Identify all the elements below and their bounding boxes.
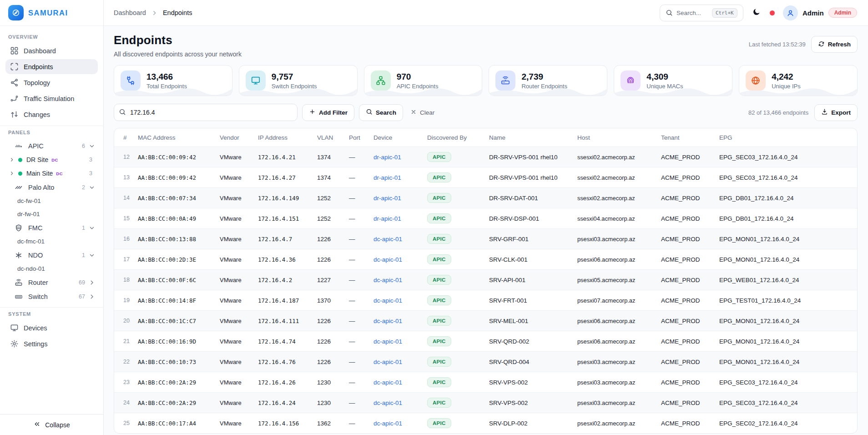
- changes-icon: [10, 110, 19, 119]
- sidebar-item-changes[interactable]: Changes: [5, 107, 98, 122]
- search-button[interactable]: Search: [359, 104, 403, 121]
- endpoint-row[interactable]: 22 AA:BB:CC:00:10:73 VMware 172.16.4.76 …: [114, 352, 857, 372]
- topbar: Dashboard Endpoints Ctrl+K Admin Admin: [104, 0, 868, 26]
- user-menu[interactable]: Admin Admin: [783, 5, 857, 20]
- device-link[interactable]: dc-apic-01: [370, 270, 424, 290]
- panel-device-dc-fmc-01[interactable]: dc-fmc-01: [5, 235, 98, 248]
- discovered-by-badge: APIC: [427, 316, 451, 326]
- site-dr-site[interactable]: DR Site DC 3: [5, 153, 98, 167]
- device-link[interactable]: dr-apic-01: [370, 147, 424, 167]
- sidebar-item-devices[interactable]: Devices: [5, 320, 98, 335]
- refresh-button[interactable]: Refresh: [811, 36, 858, 53]
- endpoint-row[interactable]: 12 AA:BB:CC:00:09:42 VMware 172.16.4.21 …: [114, 147, 857, 167]
- endpoint-row[interactable]: 25 AA:BB:CC:00:17:A4 VMware 172.16.4.156…: [114, 413, 857, 434]
- device-link[interactable]: dc-apic-01: [370, 372, 424, 393]
- endpoint-row[interactable]: 18 AA:BB:CC:00:0F:6C VMware 172.16.4.2 1…: [114, 270, 857, 290]
- endpoint-row[interactable]: 15 AA:BB:CC:00:0A:49 VMware 172.16.4.151…: [114, 208, 857, 229]
- column-header-port: Port: [345, 128, 370, 147]
- stat-card-unique-ips: 4,242 Unique IPs: [739, 65, 858, 96]
- breadcrumb-dashboard[interactable]: Dashboard: [114, 9, 146, 16]
- online-dot-icon: [18, 172, 22, 176]
- stat-card-switch-endpoints: 9,757 Switch Endpoints: [239, 65, 358, 96]
- site-label: Main Site: [26, 170, 53, 177]
- panel-fmc[interactable]: FMC 1: [5, 221, 98, 235]
- panel-label: NDO: [28, 252, 43, 259]
- mac-cell: AA:BB:CC:00:0A:49: [134, 208, 216, 229]
- stats-row: 13,466 Total Endpoints 9,757 Switch Endp…: [114, 65, 858, 96]
- panel-count: 67: [79, 293, 85, 300]
- plug-icon: [121, 71, 141, 91]
- device-link[interactable]: dr-apic-01: [370, 208, 424, 229]
- user-avatar-icon: [783, 5, 798, 20]
- device-link[interactable]: dc-apic-01: [370, 352, 424, 372]
- panel-apic[interactable]: APIC 6: [5, 139, 98, 153]
- endpoint-row[interactable]: 21 AA:BB:CC:00:16:9D VMware 172.16.4.74 …: [114, 331, 857, 352]
- panel-router[interactable]: Router 69: [5, 275, 98, 289]
- ip-cell: 172.16.4.7: [254, 229, 313, 249]
- sidebar-item-endpoints[interactable]: Endpoints: [5, 59, 98, 74]
- refresh-icon: [818, 40, 825, 49]
- panel-device-dc-ndo-01[interactable]: dc-ndo-01: [5, 262, 98, 275]
- samurai-logo-icon: [8, 5, 24, 20]
- endpoint-row[interactable]: 17 AA:BB:CC:00:2D:3E VMware 172.16.4.36 …: [114, 249, 857, 270]
- endpoint-row[interactable]: 19 AA:BB:CC:00:14:8F VMware 172.16.4.187…: [114, 290, 857, 311]
- global-search[interactable]: Ctrl+K: [660, 5, 743, 21]
- panel-switch[interactable]: Switch 67: [5, 289, 98, 303]
- panel-count: 1: [82, 252, 85, 258]
- endpoint-row[interactable]: 13 AA:BB:CC:00:09:42 VMware 172.16.4.27 …: [114, 167, 857, 188]
- column-header-epg: EPG: [716, 128, 857, 147]
- site-main-site[interactable]: Main Site DC 3: [5, 167, 98, 180]
- ip-cell: 172.16.4.76: [254, 352, 313, 372]
- device-link[interactable]: dc-apic-01: [370, 290, 424, 311]
- sidebar-item-topology[interactable]: Topology: [5, 75, 98, 90]
- mac-cell: AA:BB:CC:00:2A:29: [134, 393, 216, 413]
- device-link[interactable]: dc-apic-01: [370, 229, 424, 249]
- panel-ndo[interactable]: NDO 1: [5, 248, 98, 262]
- clear-filter-button[interactable]: Clear: [408, 109, 437, 116]
- nav-label: Devices: [24, 324, 47, 332]
- mac-cell: AA:BB:CC:00:14:8F: [134, 290, 216, 311]
- stat-label: Total Endpoints: [146, 83, 187, 90]
- panel-device-dc-fw-01[interactable]: dc-fw-01: [5, 194, 98, 207]
- add-filter-button[interactable]: Add Filter: [302, 104, 354, 121]
- column-header-vlan: VLAN: [313, 128, 345, 147]
- sidebar-item-settings[interactable]: Settings: [5, 336, 98, 351]
- endpoint-row[interactable]: 20 AA:BB:CC:00:1C:C7 VMware 172.16.4.111…: [114, 311, 857, 331]
- endpoint-filter-input[interactable]: [114, 104, 298, 121]
- breadcrumb: Dashboard Endpoints: [114, 9, 192, 16]
- mac-cell: AA:BB:CC:00:07:34: [134, 188, 216, 208]
- collapse-sidebar-button[interactable]: Collapse: [0, 414, 103, 435]
- sidebar-item-dashboard[interactable]: Dashboard: [5, 43, 98, 58]
- ip-cell: 172.16.4.21: [254, 147, 313, 167]
- dark-mode-toggle[interactable]: [752, 8, 762, 18]
- stat-value: 970: [397, 72, 439, 82]
- device-link[interactable]: dc-apic-01: [370, 249, 424, 270]
- traffic-icon: [10, 94, 19, 103]
- endpoint-row[interactable]: 14 AA:BB:CC:00:07:34 VMware 172.16.4.149…: [114, 188, 857, 208]
- ip-cell: 172.16.4.27: [254, 167, 313, 188]
- stat-label: Router Endpoints: [521, 83, 567, 90]
- endpoint-row[interactable]: 16 AA:BB:CC:00:13:88 VMware 172.16.4.7 1…: [114, 229, 857, 249]
- plus-icon: [309, 108, 316, 116]
- device-link[interactable]: dr-apic-01: [370, 188, 424, 208]
- sidebar-item-traffic-simulation[interactable]: Traffic Simulation: [5, 91, 98, 106]
- last-fetched-text: Last fetched 13:52:39: [749, 41, 806, 48]
- export-button[interactable]: Export: [814, 104, 858, 121]
- ip-cell: 172.16.4.74: [254, 331, 313, 352]
- device-link[interactable]: dc-apic-01: [370, 331, 424, 352]
- switch-icon: [15, 293, 23, 301]
- stat-label: APIC Endpoints: [397, 83, 439, 90]
- column-header-mac-address: MAC Address: [134, 128, 216, 147]
- endpoint-row[interactable]: 24 AA:BB:CC:00:2A:29 VMware 172.16.4.24 …: [114, 393, 857, 413]
- endpoint-row[interactable]: 23 AA:BB:CC:00:2A:29 VMware 172.16.4.26 …: [114, 372, 857, 393]
- site-count: 3: [89, 157, 92, 163]
- ip-cell: 172.16.4.26: [254, 372, 313, 393]
- device-link[interactable]: dc-apic-01: [370, 413, 424, 434]
- panel-device-dr-fw-01[interactable]: dr-fw-01: [5, 207, 98, 221]
- panel-palo-alto[interactable]: Palo Alto 2: [5, 180, 98, 194]
- device-link[interactable]: dc-apic-01: [370, 393, 424, 413]
- global-search-input[interactable]: [676, 10, 708, 16]
- device-link[interactable]: dr-apic-01: [370, 167, 424, 188]
- chevron-down-icon: [89, 143, 95, 149]
- device-link[interactable]: dc-apic-01: [370, 311, 424, 331]
